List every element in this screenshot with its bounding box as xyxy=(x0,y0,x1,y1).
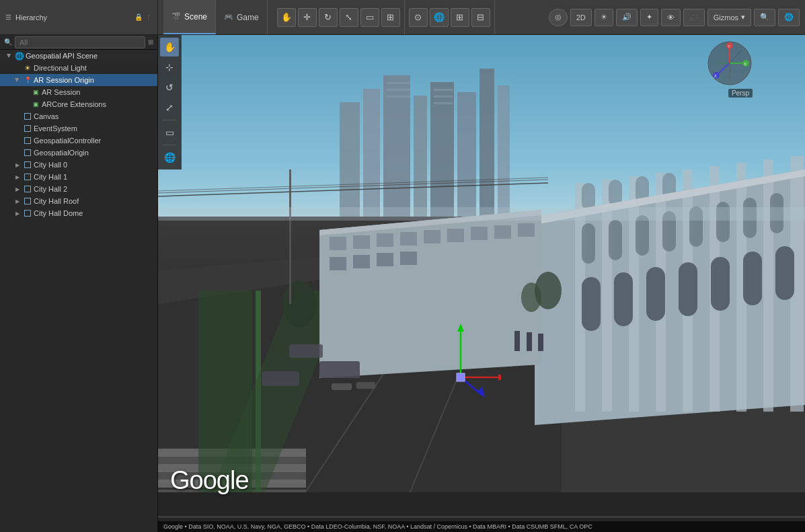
tool-rotate[interactable]: ↻ xyxy=(319,8,338,27)
scene-tool-hand[interactable]: ✋ xyxy=(160,38,179,56)
hierarchy-search-input[interactable] xyxy=(15,36,145,48)
svg-rect-57 xyxy=(646,267,665,321)
scene-tool-scale[interactable]: ⤢ xyxy=(160,98,179,117)
city0-label: City Hall 0 xyxy=(34,161,67,169)
hierarchy-item-geo-controller[interactable]: ▶ GeospatialController xyxy=(0,135,157,147)
hierarchy-lock-icon[interactable]: 🔒 xyxy=(135,13,143,21)
dir-light-icon: ☀ xyxy=(23,63,32,73)
svg-rect-58 xyxy=(679,262,697,316)
tool-divider-1 xyxy=(162,120,177,120)
scene-tab-label: Scene xyxy=(184,12,207,22)
hierarchy-item-event-system[interactable]: ▶ EventSystem xyxy=(0,122,157,135)
google-label: Google xyxy=(170,466,249,494)
btn-audio[interactable]: 🔊 xyxy=(616,9,638,26)
tool-hand[interactable]: ✋ xyxy=(277,8,296,27)
scene-tool-rotate[interactable]: ↺ xyxy=(160,78,179,97)
hierarchy-item-ar-session[interactable]: ▶ ▣ AR Session xyxy=(0,86,157,98)
eventsystem-icon xyxy=(23,124,32,133)
svg-rect-89 xyxy=(319,361,360,378)
expand-arrow-root: ▶ xyxy=(5,52,13,60)
transform-gizmo xyxy=(420,317,501,397)
dome-label: City Hall Dome xyxy=(34,209,83,217)
btn-grid[interactable]: ⊞ xyxy=(451,8,469,27)
ar-session-icon: ▣ xyxy=(31,87,40,97)
svg-rect-69 xyxy=(471,227,488,240)
tool-all[interactable]: ⊞ xyxy=(381,8,400,27)
svg-text:Z: Z xyxy=(714,74,717,78)
btn-gizmos[interactable]: Gizmos ▾ xyxy=(707,9,751,26)
btn-layers[interactable]: ◎ xyxy=(549,9,568,26)
btn-lighting[interactable]: ☀ xyxy=(595,9,613,26)
hierarchy-item-city-hall-dome[interactable]: ▶ City Hall Dome xyxy=(0,207,157,219)
btn-effects[interactable]: ✦ xyxy=(640,9,658,26)
ar-session-label: AR Session xyxy=(42,88,80,96)
hierarchy-item-city-hall-roof[interactable]: ▶ City Hall Roof xyxy=(0,195,157,207)
hierarchy-item-arcore-ext[interactable]: ▶ ▣ ARCore Extensions xyxy=(0,98,157,110)
search-bar: 🔍 ⊞ xyxy=(0,35,157,50)
tool-rect[interactable]: ▭ xyxy=(360,8,379,27)
svg-rect-2 xyxy=(363,89,380,223)
svg-rect-42 xyxy=(582,223,595,264)
svg-rect-10 xyxy=(387,89,410,91)
hierarchy-item-city-hall-2[interactable]: ▶ City Hall 2 xyxy=(0,183,157,195)
ar-origin-label: AR Session Origin xyxy=(34,76,94,84)
svg-rect-12 xyxy=(434,89,453,91)
btn-hidden[interactable]: 👁 xyxy=(661,9,681,26)
hierarchy-item-dir-light[interactable]: ▶ ☀ Directional Light xyxy=(0,62,157,74)
hierarchy-panel: 🔍 ⊞ ▶ 🌐 Geospatial API Scene ▶ ☀ Directi… xyxy=(0,35,158,532)
scene-tool-grid[interactable]: 🌐 xyxy=(160,148,179,167)
scene-tool-move[interactable]: ⊹ xyxy=(160,58,179,77)
svg-rect-4 xyxy=(414,96,427,223)
svg-rect-93 xyxy=(356,382,375,389)
svg-rect-6 xyxy=(457,92,476,223)
btn-center[interactable]: ⊙ xyxy=(409,8,428,27)
search-filter-icon[interactable]: ⊞ xyxy=(148,38,153,46)
svg-rect-70 xyxy=(494,225,511,239)
hierarchy-item-canvas[interactable]: ▶ Canvas xyxy=(0,110,157,122)
scene-toolbar: ✋ ⊹ ↺ ⤢ ▭ 🌐 xyxy=(158,35,182,169)
hierarchy-item-city-hall-1[interactable]: ▶ City Hall 1 xyxy=(0,171,157,183)
btn-camera[interactable]: 🎥 xyxy=(683,9,705,26)
svg-rect-86 xyxy=(514,331,520,351)
expand-arrow-roof: ▶ xyxy=(13,197,22,205)
svg-rect-1 xyxy=(340,102,360,223)
svg-rect-8 xyxy=(498,85,510,223)
btn-snap[interactable]: ⊟ xyxy=(471,8,490,27)
tab-game[interactable]: 🎮 Game xyxy=(216,0,268,34)
hierarchy-more-icon[interactable]: ⋮ xyxy=(145,13,152,21)
svg-rect-71 xyxy=(518,223,535,237)
btn-world[interactable]: 🌐 xyxy=(778,9,800,26)
tool-move[interactable]: ✛ xyxy=(298,8,317,27)
svg-rect-13 xyxy=(434,96,453,98)
hierarchy-item-ar-session-origin[interactable]: ▶ 📍 AR Session Origin xyxy=(0,74,157,86)
arcore-label: ARCore Extensions xyxy=(42,100,106,108)
city1-icon xyxy=(23,172,32,182)
hierarchy-item-scene-root[interactable]: ▶ 🌐 Geospatial API Scene xyxy=(0,50,157,62)
geoorigin-label: GeospatialOrigin xyxy=(34,149,89,157)
dome-icon xyxy=(23,208,32,218)
city1-label: City Hall 1 xyxy=(34,173,67,181)
svg-rect-91 xyxy=(289,344,323,358)
svg-rect-68 xyxy=(447,229,464,242)
svg-rect-50 xyxy=(582,183,595,210)
svg-rect-64 xyxy=(353,235,370,249)
svg-marker-96 xyxy=(457,324,464,332)
scene-tool-rect[interactable]: ▭ xyxy=(160,123,179,142)
btn-global[interactable]: 🌐 xyxy=(430,8,449,27)
scene-tab-icon: 🎬 xyxy=(171,12,181,21)
scene-root-icon: 🌐 xyxy=(15,51,24,61)
btn-2d[interactable]: 2D xyxy=(570,9,592,26)
tab-scene[interactable]: 🎬 Scene xyxy=(163,0,216,34)
tool-scale[interactable]: ⤡ xyxy=(340,8,358,27)
dir-light-label: Directional Light xyxy=(34,64,87,72)
hierarchy-item-city-hall-0[interactable]: ▶ City Hall 0 xyxy=(0,159,157,171)
persp-label: Persp xyxy=(728,89,753,98)
svg-marker-100 xyxy=(477,387,485,397)
scene-viewport[interactable]: ✋ ⊹ ↺ ⤢ ▭ 🌐 xyxy=(158,35,805,532)
hierarchy-item-geo-origin[interactable]: ▶ GeospatialOrigin xyxy=(0,147,157,159)
svg-rect-72 xyxy=(330,257,346,270)
svg-rect-44 xyxy=(636,215,649,256)
btn-search-scene[interactable]: 🔍 xyxy=(754,9,775,26)
svg-rect-85 xyxy=(158,516,805,518)
svg-point-77 xyxy=(282,280,316,328)
